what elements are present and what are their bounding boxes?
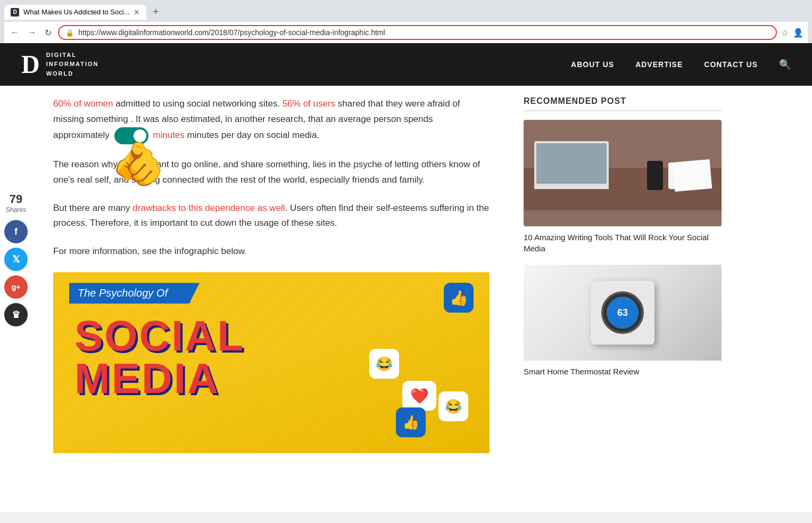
- search-icon[interactable]: 🔍: [779, 59, 791, 70]
- infographic-banner: The Psychology Of: [69, 283, 200, 304]
- lock-icon: 🔒: [65, 29, 74, 37]
- crown-share-button[interactable]: ♛: [4, 303, 28, 326]
- emoji-face-icon: 😂: [438, 391, 468, 421]
- site-nav: ABOUT US ADVERTISE CONTACT US 🔍: [571, 59, 791, 70]
- recommended-post-title: RECOMMENDED POST: [524, 96, 722, 111]
- main-content: 60% of women admitted to using social ne…: [32, 86, 511, 512]
- minutes-link[interactable]: minutes: [151, 130, 185, 140]
- highlight-women: 60% of women: [53, 99, 113, 109]
- infographic-titles: SOCIAL MEDIA: [74, 315, 245, 400]
- shares-label: Shares: [6, 206, 26, 214]
- social-sidebar: 79 Shares f 𝕏 g+ ♛: [0, 86, 32, 512]
- thermostat-device: 63: [601, 291, 644, 334]
- infographic-image: The Psychology Of SOCIAL MEDIA 👍 ❤️ 😂 😂 …: [53, 272, 490, 453]
- infographic-title1: SOCIAL: [74, 315, 245, 357]
- google-share-button[interactable]: g+: [4, 275, 28, 299]
- rec-card-2-title[interactable]: Smart Home Thermostat Review: [524, 366, 722, 377]
- active-tab[interactable]: D What Makes Us Addicted to Soci... ✕: [4, 5, 146, 20]
- paragraph-2: The reason why people want to go online,…: [53, 157, 490, 188]
- site-header: D DIGITAL INFORMATION WORLD ABOUT US ADV…: [0, 43, 812, 86]
- phone-item: [647, 161, 663, 190]
- thermostat-image: 63: [524, 265, 722, 361]
- right-sidebar: RECOMMENDED POST 10 Amazing Writing Tool…: [511, 86, 734, 512]
- paragraph-4: For more information, see the infographi…: [53, 244, 490, 259]
- infographic-content: The Psychology Of SOCIAL MEDIA: [74, 288, 245, 400]
- laptop-screen: [536, 143, 607, 184]
- thermostat-plate: 63: [591, 281, 654, 345]
- new-tab-button[interactable]: +: [148, 4, 163, 20]
- address-bar-container: 🔒: [58, 25, 777, 40]
- twitter-share-button[interactable]: 𝕏: [4, 248, 28, 271]
- paragraph-1: 60% of women admitted to using social ne…: [53, 96, 490, 144]
- highlight-users: 56% of users: [283, 99, 335, 109]
- heart-bubble-icon: ❤️: [402, 381, 436, 411]
- shares-number: 79: [6, 192, 26, 206]
- crown-icon: ♛: [12, 309, 20, 321]
- logo-letter: D: [21, 52, 40, 77]
- browser-chrome: D What Makes Us Addicted to Soci... ✕ + …: [0, 0, 812, 43]
- thermostat-screen: 63: [607, 297, 639, 329]
- tab-favicon: D: [11, 8, 19, 17]
- emoji-laugh-icon: 😂: [369, 349, 399, 379]
- bookmark-button[interactable]: ☆: [781, 28, 789, 38]
- rec-card-1-title[interactable]: 10 Amazing Writing Tools That Will Rock …: [524, 232, 722, 254]
- tab-bar: D What Makes Us Addicted to Soci... ✕ +: [4, 4, 808, 20]
- refresh-button[interactable]: ↻: [43, 26, 54, 40]
- like-bubble-icon: 👍: [444, 283, 474, 313]
- laptop-item: [534, 141, 609, 189]
- notebook-item: [673, 159, 712, 192]
- paragraph-3: But there are many drawbacks to this dep…: [53, 201, 490, 232]
- infographic-title2: MEDIA: [74, 357, 245, 400]
- nav-about[interactable]: ABOUT US: [571, 60, 614, 69]
- facebook-share-button[interactable]: f: [4, 220, 28, 243]
- desk-scene-image: [524, 120, 722, 226]
- address-bar-row: ← → ↻ 🔒 ☆ 👤: [4, 22, 808, 43]
- tab-close-button[interactable]: ✕: [134, 8, 140, 17]
- rec-card-1[interactable]: 10 Amazing Writing Tools That Will Rock …: [524, 120, 722, 254]
- back-button[interactable]: ←: [9, 26, 21, 39]
- forward-button[interactable]: →: [26, 26, 38, 39]
- browser-window: D What Makes Us Addicted to Soci... ✕ + …: [0, 0, 812, 512]
- address-bar-input[interactable]: [78, 28, 769, 37]
- nav-contact[interactable]: CONTACT US: [704, 60, 758, 69]
- tab-title: What Makes Us Addicted to Soci...: [23, 8, 129, 16]
- facebook-icon: f: [14, 226, 18, 238]
- dependence-link[interactable]: drawbacks to this dependence as well: [132, 203, 285, 213]
- shares-count: 79 Shares: [6, 192, 26, 214]
- twitter-icon: 𝕏: [12, 254, 20, 265]
- user-button[interactable]: 👤: [793, 28, 803, 38]
- rec-card-2[interactable]: 63 Smart Home Thermostat Review: [524, 265, 722, 377]
- logo-text: DIGITAL INFORMATION WORLD: [46, 51, 99, 79]
- toggle-switch[interactable]: [114, 127, 148, 144]
- toggle-dot: [134, 129, 146, 142]
- page-body: 🫵 79 Shares f 𝕏 g+ ♛ 60% of women: [0, 86, 812, 512]
- google-icon: g+: [12, 283, 21, 291]
- share-bubble-icon: 👍: [396, 407, 426, 437]
- site-logo[interactable]: D DIGITAL INFORMATION WORLD: [21, 51, 98, 79]
- nav-advertise[interactable]: ADVERTISE: [635, 60, 683, 69]
